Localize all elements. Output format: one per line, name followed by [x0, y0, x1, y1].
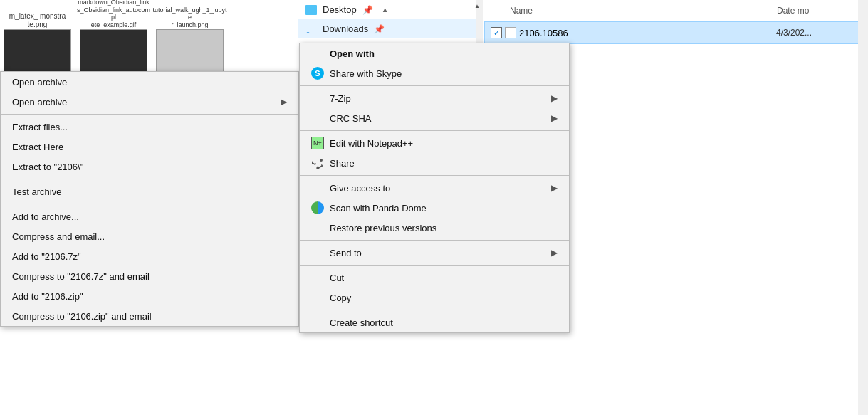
table-row[interactable]: 2106.10586 4/3/202...	[484, 21, 868, 44]
thumb-label-1: m_latex_ monstra te.png	[0, 12, 75, 29]
menu-add-to-7z-label: Add to "2106.7z"	[12, 251, 81, 262]
menu-edit-notepadpp[interactable]: N+ Edit with Notepad++	[300, 133, 569, 153]
notepadpp-icon: N+	[311, 137, 324, 149]
menu-extract-to[interactable]: Extract to "2106\"	[1, 157, 298, 177]
7zip-icon	[311, 92, 324, 105]
menu-open-with[interactable]: Open with	[300, 43, 569, 63]
menu-add-to-archive-label: Add to archive...	[12, 211, 79, 222]
menu-compress-email-label: Compress and email...	[12, 231, 105, 242]
thumb-img-3	[156, 29, 224, 72]
file-type-icon	[505, 27, 516, 38]
nav-item-desktop[interactable]: Desktop 📌 ▲	[298, 0, 483, 19]
menu-share-label: Share	[330, 158, 355, 169]
menu-cut-label: Cut	[330, 273, 344, 283]
file-list-scrollbar[interactable]	[858, 0, 868, 415]
menu-open-archive-1[interactable]: Open archive	[1, 72, 298, 92]
thumb-label-3: tutorial_walk_ugh_1_jupyter_launch.png	[152, 6, 227, 29]
file-checkbox[interactable]	[491, 27, 502, 38]
menu-share[interactable]: Share	[300, 153, 569, 173]
menu-copy[interactable]: Copy	[300, 288, 569, 308]
menu-open-archive-2[interactable]: Open archive ▶	[1, 92, 298, 112]
menu-share-skype-label: Share with Skype	[330, 68, 402, 79]
downloads-folder-icon	[305, 24, 317, 34]
7zip-arrow: ▶	[551, 93, 558, 103]
menu-7zip[interactable]: 7-Zip ▶	[300, 88, 569, 108]
menu-add-to-7z[interactable]: Add to "2106.7z"	[1, 246, 298, 266]
share-icon-svg	[312, 157, 323, 169]
open-with-icon	[311, 47, 324, 60]
separator-1	[1, 114, 298, 115]
menu-compress-7z-email[interactable]: Compress to "2106.7z" and email	[1, 266, 298, 286]
nav-item-downloads[interactable]: Downloads 📌	[298, 19, 483, 38]
open-archive-2-arrow: ▶	[281, 97, 287, 107]
menu-restore-versions[interactable]: Restore previous versions	[300, 218, 569, 238]
menu-create-shortcut-label: Create shortcut	[330, 317, 393, 328]
menu-create-shortcut[interactable]: Create shortcut	[300, 312, 569, 332]
skype-icon-graphic: S	[311, 67, 324, 80]
menu-send-to[interactable]: Send to ▶	[300, 243, 569, 263]
menu-give-access-label: Give access to	[330, 183, 390, 194]
give-access-arrow: ▶	[551, 183, 558, 193]
file-name-label: 2106.10586	[519, 28, 773, 38]
file-list-header: Name Date mo	[484, 0, 868, 21]
menu-give-access[interactable]: Give access to ▶	[300, 178, 569, 198]
thumbnail-3[interactable]: tutorial_walk_ugh_1_jupyter_launch.png	[152, 6, 227, 72]
context-menu-left: Open archive Open archive ▶ Extract file…	[0, 71, 299, 327]
col-date-header[interactable]: Date mo	[777, 6, 862, 16]
panda-icon	[311, 201, 324, 214]
menu-add-to-zip-label: Add to "2106.zip"	[12, 291, 83, 302]
menu-send-to-label: Send to	[330, 248, 362, 258]
menu-scan-panda[interactable]: Scan with Panda Dome	[300, 198, 569, 218]
context-menu-right: Open with S Share with Skype 7-Zip ▶ CRC…	[299, 43, 570, 333]
menu-compress-7z-email-label: Compress to "2106.7z" and email	[12, 271, 150, 282]
menu-add-to-zip[interactable]: Add to "2106.zip"	[1, 286, 298, 306]
downloads-pin-icon[interactable]: 📌	[374, 24, 385, 34]
menu-extract-here[interactable]: Extract Here	[1, 137, 298, 157]
copy-icon	[311, 291, 324, 304]
desktop-label: Desktop	[323, 4, 357, 15]
file-date-label: 4/3/202...	[776, 28, 862, 38]
menu-extract-files[interactable]: Extract files...	[1, 117, 298, 137]
menu-share-skype[interactable]: S Share with Skype	[300, 63, 569, 83]
separator-3	[1, 204, 298, 204]
separator-r6	[300, 310, 569, 310]
menu-open-with-label: Open with	[330, 48, 375, 59]
menu-crc-sha[interactable]: CRC SHA ▶	[300, 108, 569, 128]
send-to-icon	[311, 246, 324, 259]
share-icon	[311, 157, 324, 169]
menu-restore-versions-label: Restore previous versions	[330, 223, 436, 233]
separator-r4	[300, 240, 569, 241]
col-name-header[interactable]: Name	[510, 6, 774, 16]
separator-2	[1, 179, 298, 179]
crc-sha-arrow: ▶	[551, 113, 558, 123]
menu-extract-to-label: Extract to "2106\"	[12, 162, 83, 172]
menu-compress-zip-email[interactable]: Compress to "2106.zip" and email	[1, 306, 298, 326]
menu-extract-here-label: Extract Here	[12, 142, 63, 152]
menu-compress-email[interactable]: Compress and email...	[1, 226, 298, 246]
menu-add-to-archive[interactable]: Add to archive...	[1, 206, 298, 226]
nav-scroll-up[interactable]: ▲	[473, 1, 481, 10]
panda-icon-graphic	[311, 201, 324, 214]
desktop-pin-icon[interactable]: 📌	[362, 5, 373, 15]
menu-open-archive-2-label: Open archive	[12, 97, 67, 107]
skype-icon: S	[311, 67, 324, 80]
menu-7zip-label: 7-Zip	[330, 93, 351, 104]
menu-cut[interactable]: Cut	[300, 268, 569, 288]
thumbnail-2[interactable]: markdown_Obsidian_links_Obsidian_link_au…	[76, 0, 151, 72]
menu-test-archive-label: Test archive	[12, 187, 61, 197]
send-to-arrow: ▶	[551, 248, 558, 258]
separator-r3	[300, 175, 569, 176]
menu-open-archive-1-label: Open archive	[12, 77, 67, 88]
separator-r2	[300, 130, 569, 131]
separator-r1	[300, 85, 569, 86]
nav-scroll-chevron-up[interactable]: ▲	[382, 6, 389, 14]
thumb-img-1	[4, 29, 71, 72]
cut-icon	[311, 271, 324, 284]
thumb-img-2	[80, 29, 147, 72]
crc-icon	[311, 112, 324, 125]
desktop-folder-icon	[305, 5, 317, 15]
thumbnail-1[interactable]: m_latex_ monstra te.png	[0, 12, 75, 72]
menu-test-archive[interactable]: Test archive	[1, 182, 298, 201]
menu-extract-files-label: Extract files...	[12, 122, 68, 132]
menu-copy-label: Copy	[330, 293, 351, 303]
